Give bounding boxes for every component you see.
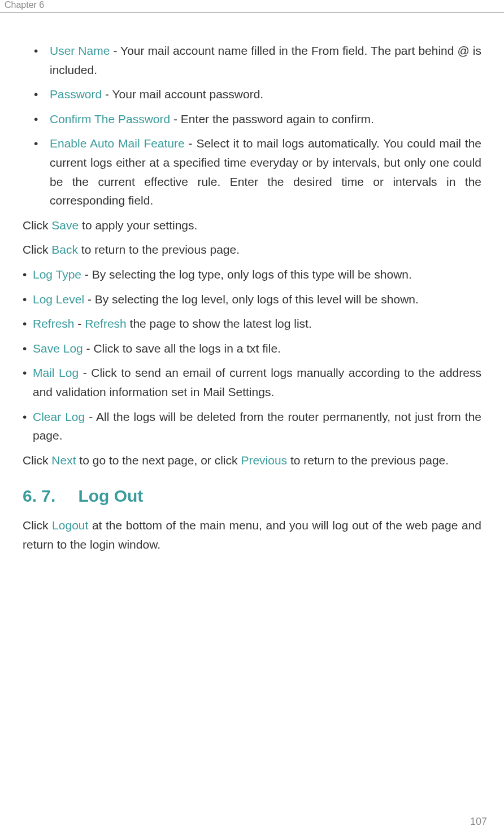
text: Click <box>23 243 51 256</box>
list-item: Mail Log - Click to send an email of cur… <box>23 363 481 401</box>
list-item: Clear Log - All the logs will be deleted… <box>23 407 481 445</box>
section-title: Log Out <box>78 486 143 505</box>
text: Click <box>23 454 51 467</box>
list-item: Log Type - By selecting the log type, on… <box>23 265 481 284</box>
page-content: User Name - Your mail account name fille… <box>0 13 504 582</box>
text: - By selecting the log type, only logs o… <box>81 268 412 281</box>
text: Click <box>23 219 51 232</box>
text: - Click to send an email of current logs… <box>33 366 481 398</box>
section-heading-logout: 6. 7.Log Out <box>23 486 481 506</box>
text: to return to the previous page. <box>78 243 240 256</box>
term-back: Back <box>51 243 78 256</box>
text: the page to show the latest log list. <box>127 317 312 330</box>
field-list: User Name - Your mail account name fille… <box>23 41 481 210</box>
term-clear-log: Clear Log <box>33 410 85 423</box>
page-header: Chapter 6 <box>0 0 504 13</box>
list-item: Confirm The Password - Enter the passwor… <box>23 110 481 129</box>
term-mail-log: Mail Log <box>33 366 79 379</box>
list-item: Password - Your mail account password. <box>23 85 481 104</box>
text: Click <box>23 519 52 532</box>
text: - All the logs will be deleted from the … <box>33 410 481 442</box>
paragraph-logout: Click Logout at the bottom of the main m… <box>23 516 481 554</box>
text: - Click to save all the logs in a txt fi… <box>83 342 281 355</box>
term-log-type: Log Type <box>33 268 81 281</box>
page-number: 107 <box>470 816 487 828</box>
list-item: Log Level - By selecting the log level, … <box>23 290 481 309</box>
term-previous: Previous <box>241 454 287 467</box>
text: at the bottom of the main menu, and you … <box>23 519 481 551</box>
list-item: Enable Auto Mail Feature - Select it to … <box>23 134 481 210</box>
list-item: Refresh - Refresh the page to show the l… <box>23 314 481 333</box>
chapter-label: Chapter 6 <box>5 0 44 10</box>
text: - Your mail account name filled in the F… <box>50 44 481 76</box>
list-item: Save Log - Click to save all the logs in… <box>23 339 481 358</box>
term-password: Password <box>50 88 102 101</box>
paragraph-back: Click Back to return to the previous pag… <box>23 240 481 259</box>
term-refresh-2: Refresh <box>85 317 127 330</box>
term-enable-auto-mail: Enable Auto Mail Feature <box>50 137 185 150</box>
term-user-name: User Name <box>50 44 110 57</box>
text: to return to the previous page. <box>287 454 449 467</box>
text: - By selecting the log level, only logs … <box>84 293 419 306</box>
term-save: Save <box>51 219 79 232</box>
text: to apply your settings. <box>79 219 197 232</box>
term-confirm-password: Confirm The Password <box>50 112 170 125</box>
text: - Enter the password again to confirm. <box>170 112 374 125</box>
text: - <box>75 317 85 330</box>
term-next: Next <box>51 454 76 467</box>
paragraph-next-previous: Click Next to go to the next page, or cl… <box>23 451 481 470</box>
term-refresh: Refresh <box>33 317 75 330</box>
term-log-level: Log Level <box>33 293 84 306</box>
term-logout: Logout <box>52 519 88 532</box>
section-number: 6. 7. <box>23 486 55 506</box>
paragraph-save: Click Save to apply your settings. <box>23 216 481 235</box>
action-list: Log Type - By selecting the log type, on… <box>23 265 481 445</box>
text: - Your mail account password. <box>102 88 263 101</box>
list-item: User Name - Your mail account name fille… <box>23 41 481 79</box>
term-save-log: Save Log <box>33 342 83 355</box>
text: to go to the next page, or click <box>76 454 241 467</box>
